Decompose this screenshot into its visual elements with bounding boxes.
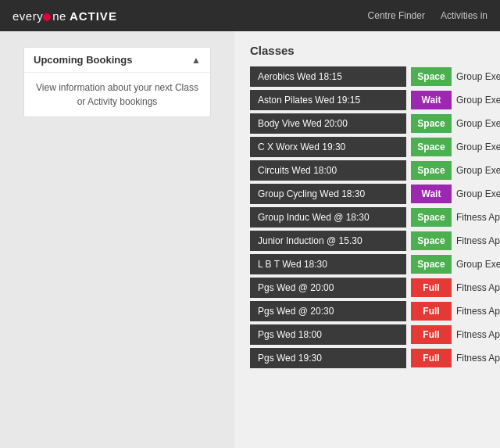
logo-circle-o [43, 13, 51, 21]
centre-finder-link[interactable]: Centre Finder [368, 10, 425, 21]
class-category: Group Exercise 16+ Yrs [456, 95, 500, 106]
class-name-button[interactable]: Pgs Wed @ 20:30 [250, 301, 406, 321]
class-category: Group Exercise 16+ Yrs [456, 71, 500, 82]
status-badge[interactable]: Space [411, 138, 452, 156]
class-row: Aston Pilates Wed 19:15WaitGroup Exercis… [250, 90, 484, 110]
class-row: Junior Induction @ 15.30SpaceFitness App… [250, 231, 484, 251]
status-badge[interactable]: Space [411, 114, 452, 133]
class-category: Group Exercise 16+ Yrs [456, 142, 500, 152]
class-row: Pgs Wed 18:00FullFitness Appointments [250, 324, 484, 345]
class-name-button[interactable]: Pgs Wed 18:00 [250, 324, 406, 345]
header-nav: Centre Finder Activities in [368, 10, 488, 21]
header: everyne ACTIVE Centre Finder Activities … [0, 0, 500, 31]
panel-collapse-icon[interactable]: ▲ [191, 55, 201, 66]
logo: everyne ACTIVE [12, 9, 117, 23]
class-row: Aerobics Wed 18:15SpaceGroup Exercise 16… [250, 66, 484, 87]
sidebar: Upcoming Bookings ▲ View information abo… [0, 31, 234, 448]
status-badge[interactable]: Full [411, 349, 452, 367]
status-badge[interactable]: Full [411, 302, 452, 321]
class-category: Group Exercise 16+ Yrs [456, 165, 500, 176]
main-container: Upcoming Bookings ▲ View information abo… [0, 31, 500, 448]
class-row: Body Vive Wed 20:00SpaceGroup Exercise 1… [250, 113, 484, 134]
logo-active: ACTIVE [70, 9, 117, 23]
class-name-button[interactable]: Aerobics Wed 18:15 [250, 66, 406, 87]
activities-in-link[interactable]: Activities in [441, 10, 488, 21]
class-row: Group Induc Wed @ 18:30SpaceFitness Appo… [250, 207, 484, 228]
class-name-button[interactable]: Circuits Wed 18:00 [250, 160, 406, 181]
class-row: L B T Wed 18:30SpaceGroup Exercise 16+ Y… [250, 254, 484, 274]
class-row: Circuits Wed 18:00SpaceGroup Exercise 16… [250, 160, 484, 181]
status-badge[interactable]: Full [411, 325, 452, 344]
upcoming-bookings-panel: Upcoming Bookings ▲ View information abo… [23, 47, 211, 117]
class-name-button[interactable]: C X Worx Wed 19:30 [250, 137, 406, 157]
class-row: Pgs Wed @ 20:30FullFitness Appointments [250, 301, 484, 321]
class-category: Fitness Appointments [456, 329, 500, 340]
class-category: Fitness Appointments [456, 353, 500, 364]
status-badge[interactable]: Wait [411, 91, 452, 109]
section-title: Classes [250, 44, 484, 57]
class-category: Fitness Appointments [456, 235, 500, 246]
class-category: Group Exercise 16+ Yrs [456, 259, 500, 270]
class-category: Group Exercise 16+ Yrs [456, 188, 500, 199]
content-area: Classes Aerobics Wed 18:15SpaceGroup Exe… [234, 31, 500, 448]
class-name-button[interactable]: Group Induc Wed @ 18:30 [250, 207, 406, 228]
status-badge[interactable]: Full [411, 278, 452, 297]
panel-title: Upcoming Bookings [34, 54, 132, 66]
panel-body-text: View information about your next Class o… [34, 81, 201, 109]
class-name-button[interactable]: Junior Induction @ 15.30 [250, 231, 406, 251]
class-row: C X Worx Wed 19:30SpaceGroup Exercise 16… [250, 137, 484, 157]
class-category: Group Exercise 16+ Yrs [456, 118, 500, 129]
class-name-button[interactable]: Aston Pilates Wed 19:15 [250, 90, 406, 110]
panel-header: Upcoming Bookings ▲ [24, 48, 210, 73]
panel-body: View information about your next Class o… [24, 73, 210, 116]
class-row: Pgs Wed @ 20:00FullFitness Appointments [250, 278, 484, 298]
status-badge[interactable]: Space [411, 231, 452, 250]
class-category: Fitness Appointments [456, 212, 500, 223]
class-row: Group Cycling Wed 18:30WaitGroup Exercis… [250, 184, 484, 204]
status-badge[interactable]: Space [411, 67, 452, 86]
status-badge[interactable]: Space [411, 161, 452, 180]
class-row: Pgs Wed 19:30FullFitness Appointments [250, 348, 484, 368]
class-name-button[interactable]: Body Vive Wed 20:00 [250, 113, 406, 134]
class-category: Fitness Appointments [456, 282, 500, 293]
status-badge[interactable]: Space [411, 208, 452, 227]
class-name-button[interactable]: Pgs Wed @ 20:00 [250, 278, 406, 298]
status-badge[interactable]: Wait [411, 185, 452, 203]
class-category: Fitness Appointments [456, 306, 500, 317]
classes-list: Aerobics Wed 18:15SpaceGroup Exercise 16… [250, 66, 484, 368]
logo-everyone: everyne [12, 9, 66, 23]
class-name-button[interactable]: Group Cycling Wed 18:30 [250, 184, 406, 204]
class-name-button[interactable]: Pgs Wed 19:30 [250, 348, 406, 368]
class-name-button[interactable]: L B T Wed 18:30 [250, 254, 406, 274]
status-badge[interactable]: Space [411, 255, 452, 274]
